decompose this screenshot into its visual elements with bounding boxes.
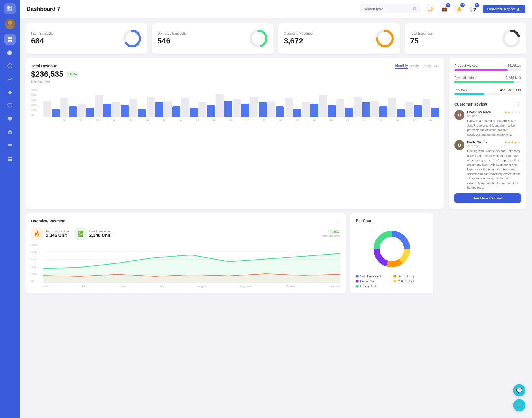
- x-axis-labels: 06 07 08 09 10 11 12 13 14 15 16 17: [43, 117, 439, 121]
- bar-group-13: [267, 101, 284, 117]
- stat-card-domestic: Domestic transaction 546: [152, 23, 274, 54]
- search-input[interactable]: [364, 7, 411, 11]
- line-chart-wrapper: 1000k 800k 600k 400k 200k 0k: [31, 244, 340, 288]
- reviewer-stars-1: ★★★★★: [504, 140, 521, 144]
- floating-buttons: 💬 🛒: [513, 384, 525, 411]
- sidebar-item-chart[interactable]: [4, 74, 16, 85]
- messages-badge: 5: [475, 3, 479, 7]
- see-more-reviews-button[interactable]: See More Reviews: [454, 193, 521, 203]
- wallet-badge: 2: [446, 3, 450, 7]
- reviews-value: 456 Comment: [500, 88, 521, 92]
- reviewer-avatar-0: H: [454, 110, 464, 120]
- bar-group-19: [371, 101, 387, 117]
- svg-rect-20: [518, 8, 519, 11]
- bar-group-4: [112, 102, 129, 117]
- reviewer-avatar-1: B: [454, 140, 464, 150]
- search-box[interactable]: [360, 4, 421, 13]
- bar-group-6: [147, 97, 163, 117]
- product-viewed-label: Product Viewed: [454, 64, 478, 68]
- stat-value-expenses: 75: [410, 37, 433, 45]
- generate-report-button[interactable]: Generate Report: [483, 5, 525, 13]
- svg-rect-6: [8, 37, 10, 39]
- payment-more-btn[interactable]: ⋮: [336, 219, 340, 224]
- sidebar-item-print[interactable]: [4, 127, 16, 138]
- stat-label-domestic: Domestic transaction: [157, 32, 188, 35]
- bar-group-12: [250, 97, 267, 117]
- sidebar-item-menu[interactable]: [4, 140, 16, 151]
- sidebar-item-dashboard[interactable]: [4, 34, 16, 45]
- tab-today[interactable]: Today: [422, 64, 431, 68]
- stat-card-expenses: Total Expenses 75: [405, 23, 526, 54]
- bar-chart: [43, 90, 439, 117]
- payment-x-labels: April May June July August September Oct…: [43, 284, 340, 288]
- bar-group-9: [198, 102, 215, 117]
- legend-rented: Rented Prop: [393, 275, 428, 278]
- reviewer-text-1: Dealing with Syamsudin and Bakri was a j…: [467, 149, 521, 190]
- review-item-0: H Hawkins Maru ★★★★★ 5m ago I viewed a n…: [454, 110, 521, 137]
- pie-chart-card: Pie Chart: [350, 213, 433, 293]
- product-listed-row: Product Listed 3,456 Unit: [454, 76, 521, 83]
- bar-group-21: [405, 102, 422, 117]
- tab-monthly[interactable]: Monthly: [395, 64, 408, 69]
- messages-btn[interactable]: 💬 5: [468, 4, 478, 14]
- svg-rect-8: [8, 40, 10, 42]
- svg-rect-0: [7, 6, 10, 9]
- svg-rect-17: [8, 160, 12, 161]
- svg-point-5: [7, 25, 13, 29]
- support-float-btn[interactable]: 💬: [513, 384, 525, 396]
- stat-label-expenses: Total Expenses: [410, 32, 433, 35]
- pie-chart-area: [356, 227, 428, 271]
- sidebar-item-settings[interactable]: [4, 47, 16, 58]
- svg-rect-12: [8, 144, 12, 145]
- sidebar-item-heart[interactable]: [4, 100, 16, 111]
- pie-title: Pie Chart: [356, 219, 428, 223]
- tab-daily[interactable]: Daily: [411, 64, 419, 68]
- bar-group-0: [43, 101, 60, 117]
- sidebar-item-star[interactable]: [4, 87, 16, 98]
- stat-value-revenue: 3,672: [284, 37, 313, 45]
- review-more-btn[interactable]: ⋮: [516, 101, 521, 107]
- notifications-btn[interactable]: 🔔 12: [454, 4, 464, 14]
- sidebar: [0, 0, 20, 418]
- svg-rect-15: [8, 157, 12, 158]
- donut-revenue: [375, 29, 395, 48]
- revenue-value: $236,535 ↑ 0.8%: [31, 70, 79, 79]
- high-transaction-stat: 🔥 High Transaction 2,346 Unit: [31, 228, 69, 240]
- cart-float-btn[interactable]: 🛒: [513, 399, 525, 411]
- sidebar-item-heart2[interactable]: [4, 114, 16, 125]
- revenue-title: Total Revenue: [31, 64, 79, 68]
- notifications-badge: 12: [460, 3, 465, 7]
- revenue-chart-card: Total Revenue $236,535 ↑ 0.8% than last …: [25, 58, 444, 209]
- donut-domestic: [249, 29, 268, 48]
- bottom-left: Overview Payment ⋮ 🔥 High Transaction 2,…: [25, 213, 433, 293]
- svg-rect-13: [8, 145, 12, 146]
- search-icon: [413, 7, 417, 11]
- report-icon: [517, 7, 521, 11]
- legend-purple: Purple Card: [356, 279, 390, 283]
- bar-group-18: [354, 97, 370, 117]
- payment-pct-badge: ↑ 0.8%: [328, 230, 340, 234]
- customer-review-card: Customer Review ⋮ H Hawkins Maru ★★★★★ 5…: [454, 101, 521, 203]
- payment-title: Overview Payment: [31, 219, 66, 223]
- svg-rect-14: [8, 147, 12, 147]
- bar-group-8: [181, 98, 198, 117]
- reviewer-text-0: I viewed a number of properties with Jus…: [467, 119, 521, 137]
- sidebar-logo[interactable]: [4, 3, 16, 14]
- bar-group-14: [285, 98, 301, 117]
- sidebar-item-info[interactable]: [4, 60, 16, 71]
- bar-group-1: [60, 98, 77, 117]
- topbar: Dashboard 7 🌙 💼 2 🔔 12 💬 5 Generate Repo…: [20, 0, 532, 18]
- sidebar-item-list[interactable]: [4, 153, 16, 165]
- wallet-icon-btn[interactable]: 💼 2: [439, 4, 449, 14]
- bar-group-16: [319, 95, 336, 117]
- stat-label-revenue: Operating Revenue: [284, 32, 313, 35]
- product-listed-label: Product Listed: [454, 76, 476, 80]
- user-avatar[interactable]: [5, 19, 15, 29]
- svg-point-4: [8, 21, 12, 25]
- theme-toggle[interactable]: 🌙: [425, 4, 435, 14]
- revenue-more-btn[interactable]: •••: [434, 64, 439, 69]
- products-stats-panel: Product Viewed 561/days Product Listed 3…: [449, 58, 526, 209]
- low-transaction-icon: 💹: [75, 228, 87, 240]
- svg-rect-1: [10, 6, 12, 9]
- reviewer-name-0: Hawkins Maru: [467, 110, 491, 114]
